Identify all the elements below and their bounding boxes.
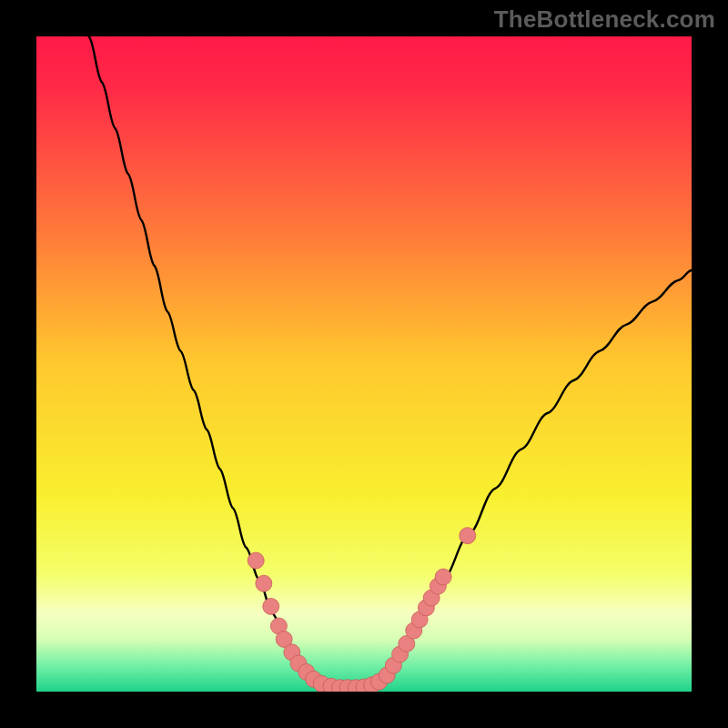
data-marker (460, 528, 476, 544)
chart-frame: TheBottleneck.com (0, 0, 728, 728)
gradient-background (36, 36, 692, 692)
chart-svg (36, 36, 692, 692)
data-marker (263, 598, 279, 614)
plot-area (36, 36, 692, 692)
data-marker (248, 552, 264, 569)
data-marker (435, 569, 451, 585)
watermark-label: TheBottleneck.com (494, 5, 715, 34)
data-marker (256, 575, 272, 592)
